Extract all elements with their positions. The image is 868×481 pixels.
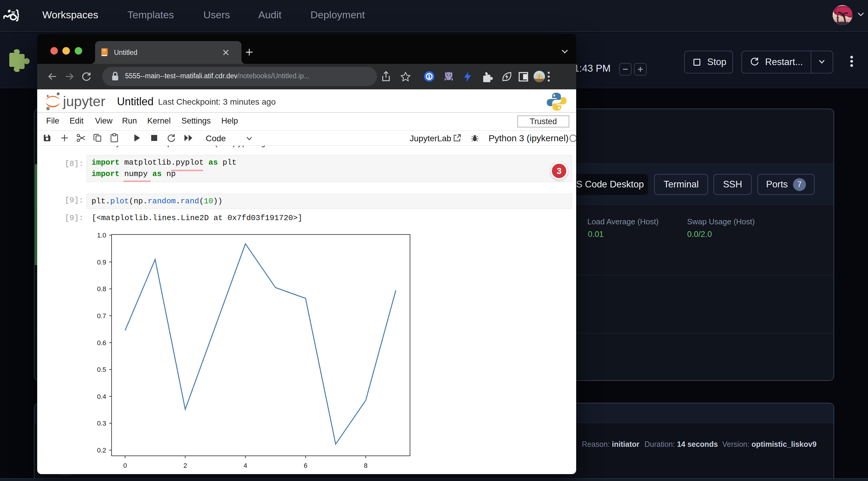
svg-text:0.6: 0.6 xyxy=(97,339,106,347)
svg-text:0: 0 xyxy=(123,462,127,469)
svg-text:8: 8 xyxy=(364,462,367,469)
svg-text:0.8: 0.8 xyxy=(97,285,106,293)
svg-text:0.4: 0.4 xyxy=(97,393,106,400)
svg-text:0.3: 0.3 xyxy=(97,419,106,427)
svg-text:1.0: 1.0 xyxy=(97,231,106,239)
svg-text:0.9: 0.9 xyxy=(97,258,106,266)
svg-text:0.7: 0.7 xyxy=(97,312,106,320)
svg-text:4: 4 xyxy=(244,462,247,469)
svg-text:0.5: 0.5 xyxy=(97,366,106,373)
svg-text:0.2: 0.2 xyxy=(97,447,106,454)
svg-text:2: 2 xyxy=(183,462,187,469)
svg-text:6: 6 xyxy=(304,462,307,469)
